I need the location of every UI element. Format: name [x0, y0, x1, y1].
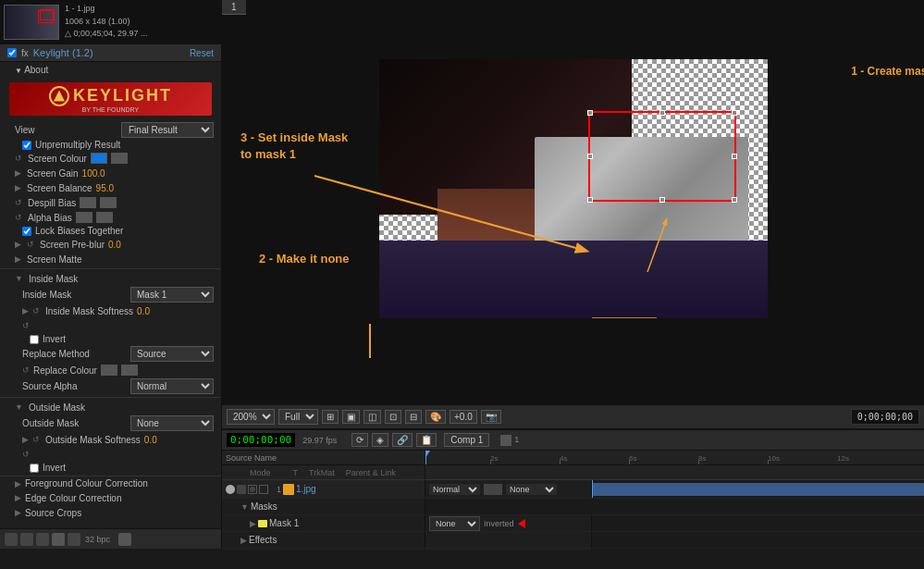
- despill-swatch2[interactable]: [100, 197, 117, 208]
- reset-button[interactable]: Reset: [190, 48, 214, 58]
- mode-select-1[interactable]: Normal: [429, 484, 480, 495]
- toggle-btn3[interactable]: ⊡: [385, 410, 401, 424]
- tool-icon-3[interactable]: [36, 533, 49, 546]
- softness-reset: ↺: [32, 306, 40, 315]
- parent-select-1[interactable]: None: [506, 484, 557, 495]
- snapshot-btn[interactable]: 📷: [481, 410, 501, 424]
- screen-colour-swatch2[interactable]: [111, 153, 128, 164]
- tl-icon3[interactable]: 🔗: [392, 433, 413, 447]
- timeline-layers: Mode T TrkMat Parent & Link: [222, 465, 924, 550]
- mask-handle-bm[interactable]: [659, 197, 665, 203]
- tool-icon-2[interactable]: [20, 533, 33, 546]
- mask-rectangle[interactable]: [588, 111, 736, 202]
- tl-icon4[interactable]: 📋: [416, 433, 437, 447]
- screen-gain-value[interactable]: 100.0: [82, 168, 105, 179]
- inside-invert-checkbox[interactable]: [30, 335, 39, 344]
- col-source-name: Source Name: [226, 453, 277, 463]
- col-trkmat: TrkMat: [309, 468, 335, 477]
- col-mode: Mode: [250, 468, 271, 477]
- timeline-header: 0;00;00;00 29.97 fps ⟳ ◈ 🔗 📋 Comp 1 1: [222, 430, 924, 451]
- screen-colour-swatch[interactable]: [91, 153, 107, 164]
- about-section[interactable]: About: [0, 62, 221, 77]
- thumbnail-image[interactable]: [4, 5, 59, 40]
- lock-biases-checkbox[interactable]: [22, 227, 31, 236]
- color-btn[interactable]: 🎨: [425, 410, 446, 424]
- preview-tab[interactable]: 1: [222, 0, 246, 15]
- tl-icon1[interactable]: ⟳: [351, 433, 368, 447]
- effects-expand[interactable]: ▶: [240, 536, 247, 545]
- source-alpha-select[interactable]: Normal: [130, 378, 214, 394]
- zoom-select[interactable]: 200%: [227, 409, 275, 425]
- playhead-triangle: [425, 451, 430, 458]
- toggle-btn4[interactable]: ⊟: [405, 410, 422, 424]
- screen-matte-icon: ▶: [15, 254, 21, 264]
- outside-invert-checkbox[interactable]: [30, 464, 39, 473]
- mask-handle-tr[interactable]: [732, 110, 737, 116]
- replace-method-select[interactable]: Source: [130, 346, 214, 362]
- comp-name[interactable]: Comp 1: [444, 433, 489, 447]
- mask1-expand[interactable]: ▶: [250, 519, 256, 528]
- alpha-swatch1[interactable]: [76, 212, 92, 223]
- visibility-icon-1[interactable]: [226, 485, 235, 494]
- inside-mask-section: ▼ Inside Mask Inside Mask Mask 1 ▶ ↺ Ins…: [0, 268, 221, 395]
- softness-value[interactable]: 0.0: [137, 306, 150, 316]
- tool-icon-4[interactable]: [52, 533, 65, 546]
- view-row: View Final Result: [0, 121, 221, 139]
- outside-mask-select[interactable]: None: [130, 415, 214, 431]
- tool-icon-1[interactable]: [5, 533, 18, 546]
- replace-colour-swatch2[interactable]: [121, 365, 138, 376]
- inside-mask-header[interactable]: ▼ Inside Mask: [0, 271, 221, 286]
- sub-layer-masks: ▼ Masks: [222, 499, 924, 515]
- alpha-reset-icon: ↺: [15, 213, 22, 222]
- audio-icon-1[interactable]: [237, 485, 246, 494]
- about-label[interactable]: About: [15, 65, 48, 75]
- mask-mode-select[interactable]: None: [429, 516, 480, 531]
- quality-select[interactable]: Full: [278, 409, 318, 425]
- screen-colour-label: Screen Colour: [28, 154, 87, 164]
- unpremultiply-checkbox[interactable]: [22, 141, 31, 150]
- mask-handle-tl[interactable]: [587, 110, 593, 116]
- sub-controls-mask1: ▶ Mask 1: [222, 515, 425, 531]
- inside-invert-label: Invert: [43, 334, 66, 344]
- solo-icon-1[interactable]: [248, 485, 257, 494]
- edge-colour-row[interactable]: ▶ Edge Colour Correction: [0, 490, 221, 505]
- tl-icon2[interactable]: ◈: [372, 433, 388, 447]
- col-t: T: [293, 468, 299, 477]
- lock-icon-1[interactable]: [259, 485, 268, 494]
- plus-btn[interactable]: +0.0: [450, 410, 477, 424]
- effect-enable-checkbox[interactable]: [7, 48, 17, 57]
- source-crops-row[interactable]: ▶ Source Crops: [0, 505, 221, 520]
- trk-mat-icon: [484, 484, 502, 495]
- thumbnail-title: 1 - 1.jpg: [65, 3, 148, 16]
- preview-area: 1: [222, 0, 924, 404]
- effects-label: Effects: [249, 535, 277, 545]
- toggle-btn2[interactable]: ◫: [363, 410, 381, 424]
- grid-btn[interactable]: ⊞: [322, 410, 339, 424]
- mask-handle-br[interactable]: [732, 197, 737, 203]
- tool-icon-5[interactable]: [68, 533, 80, 546]
- mask-handle-tm[interactable]: [659, 110, 665, 116]
- ruler-10s: 10s: [768, 454, 780, 463]
- despill-swatch1[interactable]: [80, 197, 96, 208]
- toggle-btn1[interactable]: ▣: [342, 410, 360, 424]
- mask-handle-ml[interactable]: [587, 154, 593, 159]
- mask-handle-bl[interactable]: [587, 197, 593, 203]
- layer-name-1: 1.jpg: [296, 484, 421, 494]
- preblur-value[interactable]: 0.0: [108, 240, 121, 250]
- out-softness-value[interactable]: 0.0: [144, 435, 157, 445]
- fg-colour-row[interactable]: ▶ Foreground Colour Correction: [0, 476, 221, 490]
- screen-balance-icon: ▶: [15, 183, 21, 192]
- alpha-swatch2[interactable]: [96, 212, 113, 223]
- screen-gain-label: Screen Gain: [27, 168, 79, 179]
- masks-expand[interactable]: ▼: [240, 502, 249, 512]
- view-select[interactable]: Final Result: [121, 122, 214, 138]
- crops-label: Source Crops: [25, 508, 81, 518]
- tick-8s: [698, 460, 699, 464]
- screen-balance-value[interactable]: 95.0: [96, 183, 114, 193]
- mask-handle-mr[interactable]: [732, 154, 737, 159]
- col-headers-left: Source Name: [222, 451, 425, 465]
- trash-icon[interactable]: [118, 533, 131, 546]
- outside-mask-header[interactable]: ▼ Outside Mask: [0, 400, 221, 414]
- replace-colour-swatch1[interactable]: [101, 365, 117, 376]
- inside-mask-select[interactable]: Mask 1: [130, 287, 214, 303]
